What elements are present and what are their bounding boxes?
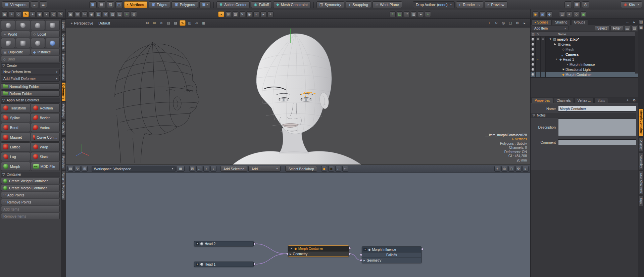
bend-deformer-button[interactable]: Bend — [1, 123, 30, 132]
work-plane-button[interactable]: ▱ Work Plane — [373, 1, 402, 8]
container-section-header[interactable]: ▽ Container — [1, 172, 60, 177]
tab-deformers[interactable]: Deformers — [61, 82, 66, 101]
select-backdrop-button[interactable]: Select Backdrop — [285, 166, 317, 172]
grid-toggle-icon[interactable]: ⊞ — [151, 20, 157, 26]
lock-toggle-icon[interactable]: ▤ — [541, 37, 546, 42]
dots-icon[interactable]: ∷ — [404, 11, 410, 17]
frame-all-icon[interactable]: ⊠ — [189, 166, 195, 172]
panel-grid-icon[interactable]: ▦ — [639, 25, 644, 30]
preset-tool-7[interactable] — [31, 38, 45, 48]
tab-user-channels[interactable]: User Channels — [639, 171, 644, 195]
slack-deformer-button[interactable]: Slack — [31, 152, 60, 161]
mirror-view-icon[interactable]: ◫ — [187, 20, 193, 26]
morph-deformer-button[interactable]: Morph — [1, 162, 30, 171]
add-items-button[interactable]: Add Items — [1, 206, 60, 212]
shading-style-selector[interactable]: Default — [96, 20, 112, 26]
mdd-file-button[interactable]: MDD MDD File — [31, 162, 60, 171]
pivot-mode-icon[interactable]: ▤ — [98, 1, 105, 8]
visibility-eye-icon[interactable] — [531, 62, 536, 67]
tab-dynamics[interactable]: Dynamics — [61, 136, 66, 154]
deform-folder-button[interactable]: Deform Folder — [1, 90, 60, 97]
wrap-deformer-button[interactable]: Wrap — [31, 142, 60, 151]
paint-tool-icon[interactable]: ✦ — [30, 11, 36, 17]
schematic-link-icon[interactable]: ⊞ — [82, 166, 88, 172]
items-mode-icon[interactable]: ▣ — [89, 1, 97, 8]
shader-icon[interactable]: ◇ — [573, 11, 579, 17]
add-points-button[interactable]: ∷ Add Points — [1, 192, 60, 198]
local-axis-button[interactable]: ◇ Local — [31, 31, 60, 37]
rotation-deformer-button[interactable]: Rotation — [31, 103, 60, 112]
tab-particles[interactable]: Particles — [61, 154, 66, 170]
expander-icon[interactable]: ▼ — [548, 38, 552, 41]
tab-tags[interactable]: Tags — [639, 196, 644, 206]
slice-icon[interactable]: ⊠ — [103, 11, 109, 17]
lock-toggle-icon[interactable] — [541, 62, 546, 67]
snap-weld-icon[interactable]: ◉ — [246, 11, 252, 17]
item-row-mesh[interactable]: ◇ Mesh — [531, 47, 638, 52]
add-item-dropdown[interactable]: Add Item▾ — [532, 26, 568, 31]
tab-groups[interactable]: Groups — [571, 19, 588, 25]
lattice-deformer-button[interactable]: Lattice — [1, 142, 30, 151]
palette-grid-icon[interactable]: ▦ — [573, 1, 581, 8]
item-row-directional-light[interactable]: ☀ Directional Light — [531, 67, 638, 72]
schematic-canvas[interactable]: ▼ Head 2 ▼ Head 1 ▼ ◆ Morph Container ▶ … — [66, 173, 530, 277]
preset-tool-1[interactable] — [1, 20, 15, 30]
add-dropdown[interactable]: Add...▾ — [248, 166, 281, 172]
add-more-icon[interactable]: + — [267, 11, 274, 17]
new-deform-item-dropdown[interactable]: New Deform Item▾ — [1, 69, 60, 75]
render-toggle-icon[interactable] — [536, 67, 541, 72]
plus-green-icon[interactable]: + — [425, 11, 431, 17]
item-list-scrollbar[interactable] — [635, 32, 638, 74]
workspace-dropdown[interactable]: Workspace: Workspace▾ — [92, 166, 176, 172]
viewport-settings-icon[interactable]: ⚙ — [514, 20, 521, 26]
remove-items-button[interactable]: Remove Items — [1, 213, 60, 219]
comment-input[interactable] — [558, 139, 636, 145]
collapse-panel-icon[interactable]: ▬ — [624, 26, 630, 31]
snap-grid-icon[interactable]: ∷ — [335, 166, 341, 172]
viewport-canvas[interactable]: __item_morphContainer028 6 Vertices Poly… — [66, 28, 530, 165]
tab-shading[interactable]: Shading — [552, 19, 571, 25]
item-row-morph-influence[interactable]: ▼ Morph Influence — [531, 62, 638, 67]
nav-down-icon[interactable]: ↓ — [210, 166, 216, 172]
play-icon[interactable]: ▸ — [260, 11, 266, 17]
mesh-constraint-button[interactable]: ◆ Mesh Constraint — [273, 1, 311, 8]
preset-tool-8[interactable] — [46, 38, 60, 48]
symmetry-button[interactable]: ◫ Symmetry — [316, 1, 344, 8]
render-toggle-icon[interactable] — [536, 42, 541, 47]
visibility-eye-icon[interactable] — [531, 42, 536, 47]
render-button[interactable]: ◐ Render F9 — [456, 1, 483, 8]
draw-tool-icon[interactable]: ◇ — [16, 11, 22, 17]
visibility-eye-icon[interactable] — [531, 72, 536, 77]
ghost-mode-icon[interactable]: ⊠ — [144, 20, 150, 26]
zoom-schematic-icon[interactable]: ◎ — [501, 166, 507, 172]
layers-green-icon[interactable]: ▤ — [397, 11, 403, 17]
snapping-button[interactable]: ◐ Snapping — [346, 1, 371, 8]
tab-scroll-left-icon[interactable]: ← — [625, 19, 631, 25]
select-button[interactable]: Select — [595, 26, 609, 31]
preset-tool-6[interactable] — [16, 38, 30, 48]
add-selected-button[interactable]: Add Selected — [220, 166, 247, 172]
preset-ball-icon[interactable]: ◉ — [532, 11, 538, 17]
extrude-icon[interactable]: ▤ — [117, 11, 123, 17]
pan-view-icon[interactable]: + — [486, 20, 492, 26]
pan-schematic-icon[interactable]: + — [494, 166, 500, 172]
lock-toggle-icon[interactable] — [541, 67, 546, 72]
grid-snap-icon[interactable]: ⊞ — [75, 11, 81, 17]
loop-icon[interactable]: ◉ — [89, 11, 95, 17]
item-row-scene[interactable]: ▦ ▤ ▼ ▤ morph_2.lxo* — [531, 37, 638, 42]
topo-pen-icon[interactable]: ⊞ — [225, 11, 231, 17]
node-head-2[interactable]: ▼ Head 2 — [194, 241, 254, 246]
preset-tool-4[interactable] — [46, 20, 60, 30]
collapse-links-icon[interactable]: ⇤ — [342, 166, 348, 172]
edge-slide-icon[interactable]: ▨ — [232, 11, 238, 17]
tab-scroll-right-icon[interactable]: ▸ — [631, 19, 637, 25]
render-toggle-icon[interactable] — [536, 52, 541, 57]
drop-action-dropdown[interactable]: Drop Action: (none)▾ — [413, 1, 455, 8]
item-row-group[interactable]: ▶ ▦ divers — [531, 42, 638, 47]
add-tab-icon[interactable]: + — [625, 97, 631, 103]
lock-toggle-icon[interactable] — [541, 72, 546, 77]
curve-constraint-deformer-button[interactable]: Curve Con ... — [31, 133, 60, 142]
render-toggle-icon[interactable]: ▦ — [536, 37, 541, 42]
node-geometry-row[interactable]: ▶ Geometry — [362, 258, 421, 263]
kits-button[interactable]: ◉ Kits▾ — [621, 1, 642, 8]
